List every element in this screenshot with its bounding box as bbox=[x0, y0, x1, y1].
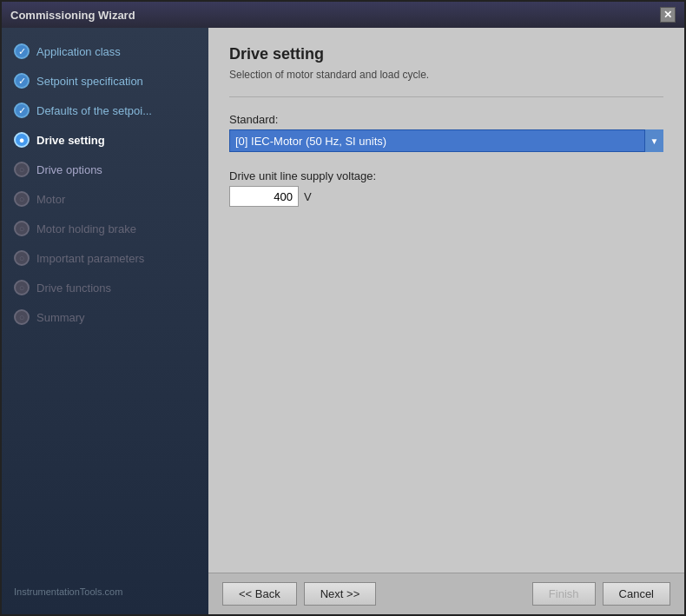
footer-right: Finish Cancel bbox=[532, 582, 670, 606]
commissioning-wizard-window: Commissioning Wizard ✕ ✓ Application cla… bbox=[0, 0, 686, 616]
standard-label: Standard: bbox=[229, 113, 663, 126]
standard-dropdown[interactable]: [0] IEC-Motor (50 Hz, SI units)[1] NEMA-… bbox=[229, 129, 663, 152]
step-icon-important-parameters: ○ bbox=[14, 250, 30, 266]
sidebar-item-motor: ○ Motor bbox=[2, 184, 208, 214]
next-button[interactable]: Next >> bbox=[304, 582, 377, 606]
sidebar-item-setpoint-specification[interactable]: ✓ Setpoint specification bbox=[2, 66, 208, 96]
sidebar-label-drive-functions: Drive functions bbox=[36, 282, 196, 295]
page-title: Drive setting bbox=[229, 45, 663, 63]
sidebar-label-defaults-setpoint: Defaults of the setpoi... bbox=[36, 104, 196, 117]
step-icon-drive-setting: ● bbox=[14, 132, 30, 148]
back-button[interactable]: << Back bbox=[222, 582, 297, 606]
finish-button[interactable]: Finish bbox=[532, 582, 596, 606]
footer: << Back Next >> Finish Cancel bbox=[208, 573, 684, 614]
voltage-input[interactable] bbox=[229, 186, 299, 207]
watermark: InstrumentationTools.com bbox=[2, 578, 208, 606]
sidebar-label-drive-setting: Drive setting bbox=[36, 134, 196, 147]
sidebar-label-application-class: Application class bbox=[36, 45, 196, 58]
sidebar-label-drive-options: Drive options bbox=[36, 163, 196, 176]
divider bbox=[229, 96, 663, 97]
close-button[interactable]: ✕ bbox=[660, 7, 676, 23]
main-content: Drive setting Selection of motor standar… bbox=[208, 28, 684, 614]
voltage-unit: V bbox=[304, 190, 312, 203]
sidebar-label-motor-holding-brake: Motor holding brake bbox=[36, 222, 196, 235]
window-body: ✓ Application class ✓ Setpoint specifica… bbox=[2, 28, 684, 614]
sidebar-item-important-parameters: ○ Important parameters bbox=[2, 243, 208, 273]
step-icon-summary: ○ bbox=[14, 309, 30, 325]
sidebar-label-important-parameters: Important parameters bbox=[36, 252, 196, 265]
sidebar-item-drive-options[interactable]: ○ Drive options bbox=[2, 155, 208, 184]
window-title: Commissioning Wizard bbox=[10, 9, 135, 22]
step-icon-defaults-setpoint: ✓ bbox=[14, 103, 30, 118]
sidebar-item-motor-holding-brake: ○ Motor holding brake bbox=[2, 214, 208, 243]
sidebar: ✓ Application class ✓ Setpoint specifica… bbox=[2, 28, 208, 614]
sidebar-label-summary: Summary bbox=[36, 311, 196, 324]
title-bar: Commissioning Wizard ✕ bbox=[2, 2, 684, 28]
step-icon-motor-holding-brake: ○ bbox=[14, 221, 30, 236]
sidebar-item-defaults-setpoint[interactable]: ✓ Defaults of the setpoi... bbox=[2, 96, 208, 125]
sidebar-label-setpoint-specification: Setpoint specification bbox=[36, 75, 196, 88]
voltage-label: Drive unit line supply voltage: bbox=[229, 169, 663, 182]
step-icon-drive-options: ○ bbox=[14, 162, 30, 177]
sidebar-item-application-class[interactable]: ✓ Application class bbox=[2, 36, 208, 66]
page-subtitle: Selection of motor standard and load cyc… bbox=[229, 69, 663, 81]
step-icon-application-class: ✓ bbox=[14, 43, 30, 59]
sidebar-item-drive-setting[interactable]: ● Drive setting bbox=[2, 125, 208, 155]
step-icon-setpoint-specification: ✓ bbox=[14, 73, 30, 89]
sidebar-item-summary: ○ Summary bbox=[2, 302, 208, 332]
step-icon-drive-functions: ○ bbox=[14, 280, 30, 295]
voltage-row: V bbox=[229, 186, 663, 207]
footer-left: << Back Next >> bbox=[222, 582, 376, 606]
content-area: Drive setting Selection of motor standar… bbox=[208, 28, 684, 573]
step-icon-motor: ○ bbox=[14, 191, 30, 207]
sidebar-item-drive-functions: ○ Drive functions bbox=[2, 273, 208, 302]
sidebar-label-motor: Motor bbox=[36, 193, 196, 206]
standard-dropdown-wrapper: [0] IEC-Motor (50 Hz, SI units)[1] NEMA-… bbox=[229, 129, 663, 152]
cancel-button[interactable]: Cancel bbox=[603, 582, 670, 606]
